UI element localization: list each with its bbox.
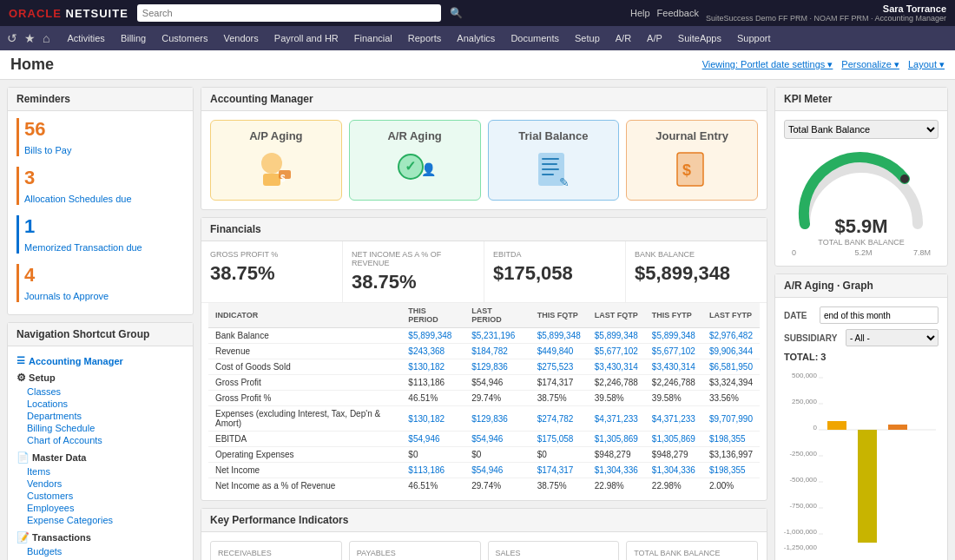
history-icon[interactable]: ↺ bbox=[5, 30, 19, 47]
svg-rect-1 bbox=[263, 174, 280, 186]
memorized-link[interactable]: Memorized Transaction due bbox=[24, 242, 142, 253]
nav-customers-link[interactable]: Customers bbox=[16, 490, 184, 502]
nav-reports[interactable]: Reports bbox=[401, 30, 449, 47]
ar-subsidiary-label: SUBSIDIARY bbox=[784, 333, 840, 343]
nav-financial[interactable]: Financial bbox=[347, 30, 399, 47]
value-cell: $130,182 bbox=[401, 406, 464, 432]
nav-customers[interactable]: Customers bbox=[155, 30, 214, 47]
nav-billing[interactable]: Billing bbox=[114, 30, 153, 47]
indicator-cell: Gross Profit bbox=[208, 375, 401, 391]
allocation-link[interactable]: Allocation Schedules due bbox=[24, 194, 132, 204]
journal-entry-tile[interactable]: Journal Entry $ bbox=[626, 120, 758, 201]
nav-analytics[interactable]: Analytics bbox=[450, 30, 502, 47]
col-last-fytp: LAST FYTP bbox=[702, 303, 760, 328]
svg-text:-1,250,000: -1,250,000 bbox=[784, 544, 818, 551]
nav-billing-schedule[interactable]: Billing Schedule bbox=[16, 422, 184, 434]
kpi-header: Key Performance Indicators bbox=[201, 509, 767, 532]
kpi-meter-select[interactable]: Total Bank Balance bbox=[784, 120, 939, 139]
transactions-icon: 📝 bbox=[16, 531, 30, 544]
value-cell: 39.58% bbox=[588, 391, 645, 406]
value-cell: $948,279 bbox=[645, 447, 702, 463]
value-cell: $0 bbox=[464, 447, 530, 463]
value-cell: $9,906,344 bbox=[702, 344, 760, 359]
value-cell: $113,186 bbox=[401, 375, 464, 391]
netsuite-text: NETSUITE bbox=[66, 7, 128, 20]
value-cell: $5,899,348 bbox=[645, 328, 702, 344]
indicator-cell: Operating Expenses bbox=[208, 447, 401, 463]
nav-documents[interactable]: Documents bbox=[504, 30, 566, 47]
sales-card: SALES ↑31.7% bbox=[488, 541, 620, 560]
nav-employees[interactable]: Employees bbox=[16, 502, 184, 514]
journals-link[interactable]: Journals to Approve bbox=[24, 291, 109, 301]
nav-activities[interactable]: Activities bbox=[60, 30, 111, 47]
value-cell: $275,523 bbox=[530, 359, 588, 375]
svg-rect-29 bbox=[888, 425, 907, 430]
nav-locations[interactable]: Locations bbox=[16, 398, 184, 410]
ap-aging-tile[interactable]: A/P Aging $ bbox=[210, 120, 342, 201]
col-this-fqtp: THIS FQTP bbox=[530, 303, 588, 328]
nav-ar[interactable]: A/R bbox=[609, 30, 638, 47]
nav-items[interactable]: Items bbox=[16, 465, 184, 478]
value-cell: 22.98% bbox=[588, 478, 645, 494]
value-cell: 46.51% bbox=[401, 391, 464, 406]
nav-bar: ↺ ★ ⌂ Activities Billing Customers Vendo… bbox=[0, 26, 955, 50]
table-row: Expenses (excluding Interest, Tax, Dep'n… bbox=[208, 406, 760, 432]
accounting-manager-portlet: Accounting Manager A/P Aging $ A/R Agin bbox=[201, 87, 767, 210]
ar-aging-tile[interactable]: A/R Aging ✓ 👤 bbox=[349, 120, 481, 201]
viewing-portlet-link[interactable]: Viewing: Portlet date settings ▾ bbox=[702, 59, 833, 70]
gauge-min: 0 bbox=[792, 248, 796, 257]
nav-chart-accounts[interactable]: Chart of Accounts bbox=[16, 434, 184, 446]
nav-payroll[interactable]: Payroll and HR bbox=[267, 30, 346, 47]
svg-text:$: $ bbox=[682, 161, 691, 179]
nav-classes[interactable]: Classes bbox=[16, 385, 184, 398]
layout-link[interactable]: Layout ▾ bbox=[908, 59, 945, 70]
feedback-link[interactable]: Feedback bbox=[657, 8, 699, 18]
table-row: Gross Profit %46.51%29.74%38.75%39.58%39… bbox=[208, 391, 760, 406]
value-cell: $948,279 bbox=[588, 447, 645, 463]
total-bank-label: TOTAL BANK BALANCE bbox=[634, 549, 750, 557]
indicator-cell: Cost of Goods Sold bbox=[208, 359, 401, 375]
center-panel: Accounting Manager A/P Aging $ A/R Agin bbox=[201, 87, 767, 560]
help-link[interactable]: Help bbox=[630, 8, 650, 18]
trial-balance-tile[interactable]: Trial Balance ✎ bbox=[488, 120, 620, 201]
value-cell: $175,058 bbox=[530, 432, 588, 447]
search-input[interactable] bbox=[137, 4, 441, 22]
home-icon[interactable]: ⌂ bbox=[41, 30, 51, 47]
star-icon[interactable]: ★ bbox=[23, 30, 37, 47]
nav-vendors-link[interactable]: Vendors bbox=[16, 478, 184, 490]
col-this-period: THIS PERIOD bbox=[401, 303, 464, 328]
nav-expense-categories[interactable]: Expense Categories bbox=[16, 514, 184, 526]
nav-budgets[interactable]: Budgets bbox=[16, 545, 184, 557]
nav-shortcut-header: Navigation Shortcut Group bbox=[8, 323, 193, 346]
value-cell: $54,946 bbox=[401, 432, 464, 447]
user-info: Sara Torrance SuiteSuccess Demo FF PRM ·… bbox=[706, 3, 946, 23]
personalize-link[interactable]: Personalize ▾ bbox=[841, 59, 899, 70]
payables-card: PAYABLES ↑4.2% bbox=[349, 541, 481, 560]
nav-setup[interactable]: Setup bbox=[568, 30, 607, 47]
svg-rect-10 bbox=[542, 163, 557, 165]
nav-suiteapps[interactable]: SuiteApps bbox=[671, 30, 728, 47]
ar-subsidiary-select[interactable]: - All - bbox=[846, 329, 939, 346]
accounting-manager-group[interactable]: ☰ Accounting Manager bbox=[16, 355, 184, 366]
svg-text:0: 0 bbox=[813, 424, 818, 432]
value-cell: 38.75% bbox=[530, 478, 588, 494]
nav-ap[interactable]: A/P bbox=[640, 30, 669, 47]
bills-link[interactable]: Bills to Pay bbox=[24, 145, 71, 155]
user-details: SuiteSuccess Demo FF PRM · NOAM FF PRM ·… bbox=[706, 14, 946, 23]
value-cell: $3,430,314 bbox=[645, 359, 702, 375]
gauge-range-labels: 0 5.2M 7.8M bbox=[792, 248, 931, 257]
search-icon[interactable]: 🔍 bbox=[450, 7, 463, 19]
accounting-tiles: A/P Aging $ A/R Aging bbox=[201, 111, 767, 209]
nav-departments[interactable]: Departments bbox=[16, 410, 184, 422]
value-cell: $54,946 bbox=[464, 375, 530, 391]
kpi-meter-header: KPI Meter bbox=[775, 88, 947, 111]
nav-support[interactable]: Support bbox=[730, 30, 778, 47]
value-cell: $9,707,990 bbox=[702, 406, 760, 432]
gross-profit-label: GROSS PROFIT % bbox=[210, 250, 333, 259]
ar-subsidiary-row: SUBSIDIARY - All - bbox=[784, 329, 939, 346]
page-title: Home bbox=[10, 56, 54, 74]
indicator-cell: EBITDA bbox=[208, 432, 401, 447]
nav-vendors[interactable]: Vendors bbox=[216, 30, 265, 47]
ar-date-input[interactable] bbox=[820, 306, 939, 324]
gauge-value: $5.9M bbox=[792, 215, 931, 238]
